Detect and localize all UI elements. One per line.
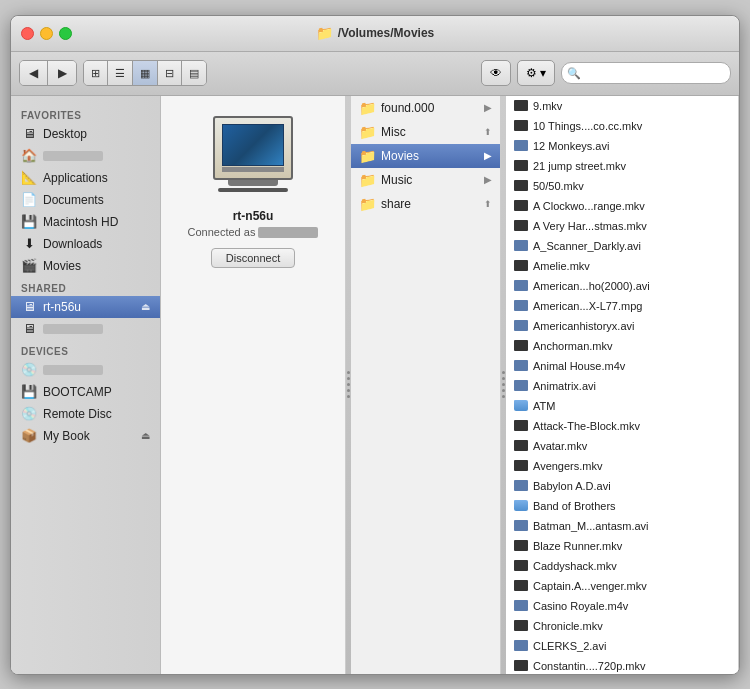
file-item[interactable]: CLERKS_2.avi	[506, 636, 738, 656]
sidebar-item-bootcamp[interactable]: 💾 BOOTCAMP	[11, 381, 160, 403]
file-label: 12 Monkeys.avi	[533, 140, 609, 152]
file-item[interactable]: 12 Monkeys.avi	[506, 136, 738, 156]
folder-music[interactable]: 📁 Music ▶	[351, 168, 500, 192]
file-item[interactable]: Animatrix.avi	[506, 376, 738, 396]
shared-blurred-icon: 🖥	[21, 321, 37, 337]
action-button[interactable]: ⚙ ▾	[517, 60, 555, 86]
divider-dot	[502, 383, 505, 386]
maximize-button[interactable]	[59, 27, 72, 40]
view-list-button[interactable]: ☰	[108, 61, 133, 85]
sidebar-item-device-blurred[interactable]: 💿	[11, 359, 160, 381]
back-button[interactable]: ◀	[20, 61, 48, 85]
folder-movies[interactable]: 📁 Movies ▶	[351, 144, 500, 168]
file-item[interactable]: Constantin....720p.mkv	[506, 656, 738, 674]
close-button[interactable]	[21, 27, 34, 40]
folder-share[interactable]: 📁 share ⬆	[351, 192, 500, 216]
file-item[interactable]: Batman_M...antasm.avi	[506, 516, 738, 536]
file-item[interactable]: Casino Royale.m4v	[506, 596, 738, 616]
file-item[interactable]: American...X-L77.mpg	[506, 296, 738, 316]
sidebar-item-applications[interactable]: 📐 Applications	[11, 167, 160, 189]
sidebar-item-rt-n56u[interactable]: 🖥 rt-n56u ⏏	[11, 296, 160, 318]
file-item[interactable]: Avatar.mkv	[506, 436, 738, 456]
file-label: 50/50.mkv	[533, 180, 584, 192]
file-label: 10 Things....co.cc.mkv	[533, 120, 642, 132]
disconnect-button[interactable]: Disconnect	[211, 248, 295, 268]
file-type-icon	[514, 439, 528, 453]
file-item[interactable]: 50/50.mkv	[506, 176, 738, 196]
search-wrapper: 🔍	[561, 62, 731, 84]
file-item[interactable]: A Clockwo...range.mkv	[506, 196, 738, 216]
browser-area: rt-n56u Connected as Disconnect	[161, 96, 739, 674]
file-label: 21 jump street.mkv	[533, 160, 626, 172]
file-item[interactable]: Chronicle.mkv	[506, 616, 738, 636]
file-type-icon	[514, 639, 528, 653]
file-item[interactable]: Babylon A.D.avi	[506, 476, 738, 496]
folder-misc[interactable]: 📁 Misc ⬆	[351, 120, 500, 144]
file-item[interactable]: 21 jump street.mkv	[506, 156, 738, 176]
folder-arrow: ▶	[484, 174, 492, 185]
folder-label: found.000	[381, 101, 434, 115]
file-label: Chronicle.mkv	[533, 620, 603, 632]
view-flow-button[interactable]: ▤	[182, 61, 206, 85]
file-item[interactable]: Anchorman.mkv	[506, 336, 738, 356]
file-type-icon	[514, 259, 528, 273]
view-coverflow-button[interactable]: ⊟	[158, 61, 182, 85]
sidebar-item-downloads[interactable]: ⬇ Downloads	[11, 233, 160, 255]
file-item[interactable]: 10 Things....co.cc.mkv	[506, 116, 738, 136]
file-type-icon	[514, 159, 528, 173]
gear-icon: ⚙	[526, 66, 537, 80]
file-type-icon	[514, 139, 528, 153]
sidebar-item-label: My Book	[43, 429, 90, 443]
file-type-icon	[514, 219, 528, 233]
view-icon-button[interactable]: ⊞	[84, 61, 108, 85]
sidebar-item-macintosh-hd[interactable]: 💾 Macintosh HD	[11, 211, 160, 233]
file-type-icon	[514, 339, 528, 353]
traffic-lights	[21, 27, 72, 40]
forward-button[interactable]: ▶	[48, 61, 76, 85]
file-label: 9.mkv	[533, 100, 562, 112]
file-item[interactable]: Attack-The-Block.mkv	[506, 416, 738, 436]
file-item[interactable]: A_Scanner_Darkly.avi	[506, 236, 738, 256]
file-item[interactable]: ATM	[506, 396, 738, 416]
file-item[interactable]: Captain.A...venger.mkv	[506, 576, 738, 596]
sidebar-item-shared-blurred[interactable]: 🖥	[11, 318, 160, 340]
file-label: Blaze Runner.mkv	[533, 540, 622, 552]
file-item[interactable]: Animal House.m4v	[506, 356, 738, 376]
divider-dot	[347, 395, 350, 398]
folder-eject: ⬆	[484, 127, 492, 137]
sidebar-item-documents[interactable]: 📄 Documents	[11, 189, 160, 211]
file-item[interactable]: American...ho(2000).avi	[506, 276, 738, 296]
sidebar-item-remote-disc[interactable]: 💿 Remote Disc	[11, 403, 160, 425]
file-type-icon	[514, 559, 528, 573]
file-label: A Very Har...stmas.mkv	[533, 220, 647, 232]
devices-label: DEVICES	[11, 340, 160, 359]
file-item[interactable]: Avengers.mkv	[506, 456, 738, 476]
file-item[interactable]: Band of Brothers	[506, 496, 738, 516]
sidebar-item-my-book[interactable]: 📦 My Book ⏏	[11, 425, 160, 447]
connected-as: Connected as	[188, 226, 319, 239]
documents-icon: 📄	[21, 192, 37, 208]
file-item[interactable]: 9.mkv	[506, 96, 738, 116]
sidebar-item-movies[interactable]: 🎬 Movies	[11, 255, 160, 277]
file-item[interactable]: Blaze Runner.mkv	[506, 536, 738, 556]
minimize-button[interactable]	[40, 27, 53, 40]
quick-look-button[interactable]: 👁	[481, 60, 511, 86]
sidebar-item-label: Movies	[43, 259, 81, 273]
eject-icon[interactable]: ⏏	[141, 301, 150, 312]
main-content: FAVORITES 🖥 Desktop 🏠 📐 Applications 📄 D…	[11, 96, 739, 674]
file-item[interactable]: A Very Har...stmas.mkv	[506, 216, 738, 236]
divider-dot	[347, 383, 350, 386]
view-column-button[interactable]: ▦	[133, 61, 158, 85]
folder-found000[interactable]: 📁 found.000 ▶	[351, 96, 500, 120]
sidebar-item-label: Downloads	[43, 237, 102, 251]
file-item[interactable]: Americanhistoryx.avi	[506, 316, 738, 336]
file-label: Avatar.mkv	[533, 440, 587, 452]
sidebar-item-home[interactable]: 🏠	[11, 145, 160, 167]
connected-as-blurred	[258, 227, 318, 238]
file-item[interactable]: Caddyshack.mkv	[506, 556, 738, 576]
file-item[interactable]: Amelie.mkv	[506, 256, 738, 276]
file-type-icon	[514, 239, 528, 253]
sidebar-item-desktop[interactable]: 🖥 Desktop	[11, 123, 160, 145]
search-input[interactable]	[561, 62, 731, 84]
my-book-eject-icon[interactable]: ⏏	[141, 430, 150, 441]
